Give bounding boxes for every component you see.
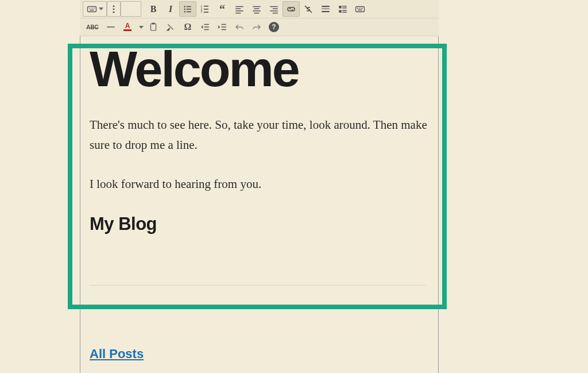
svg-rect-54 (204, 29, 209, 30)
toolbar-row-1: B I 1 2 3 “ (80, 0, 439, 18)
align-left-button[interactable] (231, 1, 248, 17)
svg-rect-36 (322, 8, 330, 9)
svg-rect-47 (361, 7, 362, 9)
svg-rect-18 (204, 9, 208, 10)
svg-rect-28 (254, 13, 260, 14)
read-more-icon (320, 4, 331, 14)
keyboard-layouts-button[interactable] (83, 1, 107, 17)
paragraph-2[interactable]: I look forward to hearing from you. (90, 174, 428, 194)
align-left-icon (234, 4, 245, 14)
remove-link-button[interactable] (300, 1, 317, 17)
page-heading[interactable]: Welcome (90, 44, 428, 94)
svg-point-8 (113, 11, 115, 13)
redo-button[interactable] (248, 20, 265, 35)
undo-button[interactable] (231, 20, 248, 35)
align-right-button[interactable] (265, 1, 283, 17)
svg-rect-20 (204, 11, 208, 13)
link-icon (286, 4, 296, 14)
svg-rect-41 (339, 10, 342, 13)
italic-button[interactable]: I (162, 1, 179, 17)
insert-link-button[interactable] (283, 1, 300, 17)
svg-rect-49 (107, 26, 115, 28)
all-posts-link-wrap: All Posts (90, 347, 144, 362)
editor-content[interactable]: Welcome There's much to see here. So, ta… (90, 40, 428, 286)
svg-rect-12 (187, 9, 191, 10)
bold-button[interactable]: B (145, 1, 162, 17)
svg-rect-57 (222, 29, 226, 30)
svg-rect-51 (152, 23, 155, 25)
undo-icon (234, 22, 245, 32)
clear-formatting-icon (165, 22, 176, 32)
text-color-button[interactable]: A (119, 20, 136, 35)
content-divider (90, 285, 426, 286)
toolbar-row-2: ABC A Ω (80, 18, 439, 36)
keyboard-shortcuts-button[interactable] (351, 1, 369, 17)
svg-rect-24 (235, 13, 241, 14)
all-posts-link[interactable]: All Posts (90, 347, 144, 361)
bullet-list-icon (183, 4, 193, 14)
special-character-button[interactable]: Ω (179, 20, 196, 35)
page-subheading[interactable]: My Blog (90, 214, 428, 234)
svg-rect-42 (342, 10, 347, 11)
omega-icon: Ω (184, 22, 192, 32)
paste-icon (148, 22, 158, 32)
svg-rect-45 (357, 7, 358, 9)
svg-rect-38 (339, 6, 342, 9)
unlink-icon (303, 4, 314, 14)
blockquote-icon: “ (219, 7, 225, 11)
indent-button[interactable] (214, 20, 231, 35)
paste-as-text-button[interactable] (145, 20, 162, 35)
svg-rect-14 (187, 11, 191, 12)
svg-rect-39 (342, 6, 347, 7)
svg-rect-50 (151, 24, 156, 30)
strikethrough-button[interactable]: ABC (83, 20, 102, 35)
strikethrough-glyph: ABC (86, 24, 99, 30)
svg-point-1 (88, 7, 90, 9)
svg-rect-34 (322, 6, 330, 7)
svg-point-6 (113, 5, 115, 7)
indent-icon (217, 22, 227, 32)
svg-rect-29 (270, 6, 278, 7)
outdent-icon (200, 22, 210, 32)
svg-rect-16 (204, 6, 208, 7)
unordered-list-button[interactable] (179, 1, 196, 17)
keyboard-shortcuts-icon (355, 4, 365, 14)
redo-icon (252, 22, 262, 32)
blockquote-button[interactable]: “ (214, 1, 231, 17)
svg-rect-21 (235, 6, 243, 7)
chevron-down-icon (139, 26, 144, 29)
editor-toolbar: B I 1 2 3 “ (80, 0, 439, 36)
numbered-list-icon: 1 2 3 (200, 4, 210, 14)
svg-point-11 (184, 8, 185, 9)
svg-rect-26 (254, 8, 260, 9)
text-color-icon: A (121, 20, 134, 35)
more-options-button[interactable] (107, 1, 121, 17)
align-center-button[interactable] (248, 1, 265, 17)
align-center-icon (252, 4, 262, 14)
align-right-icon (269, 4, 279, 14)
help-button[interactable]: ? (265, 20, 283, 35)
svg-rect-10 (187, 6, 191, 7)
horizontal-rule-icon (106, 22, 116, 32)
svg-point-9 (184, 6, 185, 7)
text-color-dropdown[interactable] (136, 20, 145, 35)
svg-rect-53 (204, 26, 209, 28)
svg-point-7 (113, 8, 115, 10)
outdent-button[interactable] (196, 20, 214, 35)
svg-rect-5 (90, 9, 94, 10)
paragraph-1[interactable]: There's much to see here. So, take your … (90, 115, 428, 155)
ordered-list-button[interactable]: 1 2 3 (196, 1, 214, 17)
svg-rect-31 (270, 10, 278, 11)
bold-glyph: B (150, 4, 157, 14)
svg-rect-44 (356, 6, 365, 11)
svg-rect-22 (235, 8, 241, 9)
svg-rect-55 (222, 24, 226, 25)
svg-rect-27 (253, 10, 261, 11)
clear-formatting-button[interactable] (162, 20, 179, 35)
toolbar-toggle-icon (338, 4, 348, 14)
insert-read-more-button[interactable] (317, 1, 334, 17)
toolbar-toggle-button[interactable] (334, 1, 351, 17)
horizontal-rule-button[interactable] (102, 20, 119, 35)
svg-rect-46 (359, 7, 361, 9)
block-format-dropdown[interactable] (121, 1, 141, 17)
